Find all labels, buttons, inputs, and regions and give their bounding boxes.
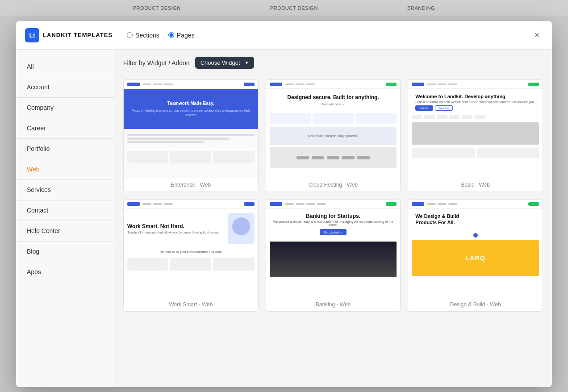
mini-nav-6 — [408, 200, 543, 209]
nav-link-13 — [285, 203, 294, 205]
work-features — [124, 255, 258, 273]
work-feat-2 — [170, 258, 211, 271]
sidebar-divider-4 — [16, 138, 114, 139]
card-label-work-smart: Work Smart - Web — [124, 298, 258, 311]
logo-pill-5 — [462, 115, 472, 119]
sidebar-item-contact[interactable]: Contact — [16, 202, 114, 219]
card-label-basic: Basic - Web — [408, 178, 543, 192]
nav-link-9 — [448, 83, 457, 85]
mini-nav-btn-2 — [386, 83, 397, 86]
widget-filter-label: Choose Widget — [200, 59, 240, 66]
template-card-work-smart[interactable]: Work Smart. Not Hard. Simple all-in-one … — [123, 199, 259, 312]
feature-2 — [170, 151, 211, 163]
basic-logos — [408, 113, 543, 121]
radio-pages-label[interactable]: Pages — [168, 32, 195, 39]
work-headline: Work Smart. Not Hard. — [127, 223, 223, 229]
sidebar-item-career[interactable]: Career — [16, 120, 114, 137]
banking-cta: Get started → — [320, 229, 347, 235]
nav-link-7 — [427, 83, 436, 85]
sidebar-item-web[interactable]: Web — [16, 161, 114, 178]
mini-nav-btn-6 — [528, 202, 539, 206]
template-card-design-build[interactable]: We Design & Build Products For All. LARQ… — [408, 199, 543, 312]
sidebar-divider-1 — [16, 77, 114, 77]
template-card-enterprise[interactable]: Teamwork Made Easy. Focus on thriving bu… — [123, 79, 259, 192]
basic-feat-2 — [476, 148, 539, 158]
bg-tab-1: PRODUCT DESIGN — [133, 5, 181, 11]
templates-grid: Teamwork Made Easy. Focus on thriving bu… — [114, 76, 552, 387]
sidebar-item-all[interactable]: All — [16, 58, 114, 75]
sidebar-item-account[interactable]: Account — [16, 79, 114, 96]
nav-link-3 — [164, 83, 173, 85]
mini-logo-4 — [127, 202, 140, 206]
template-card-cloud[interactable]: Designed secure. Built for anything. Fin… — [266, 79, 401, 192]
modal: Lt LANDKIT TEMPLATES Sections Pages × Al… — [16, 21, 552, 387]
nav-link-10 — [142, 203, 151, 205]
nav-link-6 — [306, 83, 315, 85]
cloud-stats — [266, 111, 401, 125]
sidebar-divider-8 — [16, 221, 114, 221]
nav-link-19 — [448, 203, 457, 205]
cloud-sub: Find out more → — [273, 103, 393, 106]
radio-sections-label[interactable]: Sections — [127, 32, 159, 39]
mini-nav-btn-3 — [528, 83, 539, 86]
design-brand-name: LARQ — [465, 254, 485, 262]
card-preview-banking: Banking for Startups. We created a simpl… — [266, 200, 401, 298]
feature-3 — [213, 151, 254, 163]
sidebar-item-apps[interactable]: Apps — [16, 264, 114, 280]
cloud-logo-1 — [297, 156, 309, 159]
filter-label: Filter by Widget / Addon — [123, 59, 190, 67]
widget-filter-dropdown[interactable]: Choose Widget ▼ — [195, 57, 255, 69]
nav-link-16 — [317, 203, 326, 205]
mini-links-3 — [427, 83, 526, 85]
nav-link-14 — [296, 203, 305, 205]
mini-logo-2 — [270, 83, 282, 86]
sidebar-divider-10 — [16, 262, 114, 262]
banking-img-bg — [270, 242, 397, 277]
enterprise-body — [124, 129, 258, 148]
nav-link-18 — [438, 203, 447, 205]
basic-feature-grid — [408, 146, 543, 160]
basic-welcome-sub: Build a beautiful, modern website with f… — [415, 100, 535, 104]
sidebar-divider-6 — [16, 179, 114, 180]
design-headline-part1: We Design & Build — [415, 213, 459, 219]
bg-tab-2: PRODUCT DESIGN — [270, 5, 318, 11]
work-feat-1 — [127, 258, 168, 271]
template-card-banking[interactable]: Banking for Startups. We created a simpl… — [266, 199, 401, 312]
sidebar-item-help-center[interactable]: Help Center — [16, 223, 114, 239]
cloud-headline: Designed secure. Built for anything. — [273, 94, 393, 101]
stat-3 — [355, 113, 397, 124]
sidebar-item-portfolio[interactable]: Portfolio — [16, 141, 114, 157]
card-preview-cloud: Designed secure. Built for anything. Fin… — [266, 80, 401, 178]
close-button[interactable]: × — [530, 29, 543, 42]
cloud-bottom-img — [270, 147, 397, 168]
body-line-2 — [127, 138, 229, 140]
cloud-monitor: Monitor and analyze usage patterns. — [270, 127, 397, 145]
sidebar-divider-7 — [16, 200, 114, 200]
card-label-enterprise: Enterprise - Web — [124, 178, 258, 192]
banking-img — [270, 242, 397, 277]
feature-1 — [127, 151, 168, 163]
radio-sections[interactable] — [127, 32, 133, 38]
nav-link-2 — [153, 83, 162, 85]
radio-pages[interactable] — [168, 32, 174, 38]
main-content: Filter by Widget / Addon Choose Widget ▼ — [114, 50, 552, 387]
template-card-basic[interactable]: Welcome to Landkit. Develop anything. Bu… — [408, 79, 543, 192]
basic-btn-1: Get App — [415, 105, 433, 111]
sidebar-item-company[interactable]: Company — [16, 100, 114, 116]
logo-icon: Lt — [25, 28, 39, 42]
basic-img — [412, 122, 539, 145]
mini-nav-1 — [124, 80, 258, 89]
logo-block: Lt LANDKIT TEMPLATES — [25, 28, 113, 42]
enterprise-features — [124, 148, 258, 166]
banking-sub: We created a simple, easy and fast platf… — [273, 220, 393, 226]
nav-link-8 — [438, 83, 447, 85]
sidebar-item-blog[interactable]: Blog — [16, 243, 114, 260]
stat-2 — [313, 113, 354, 124]
sidebar-item-services[interactable]: Services — [16, 182, 114, 198]
sidebar-divider-5 — [16, 159, 114, 159]
nav-link-15 — [306, 203, 315, 205]
design-dot — [473, 233, 478, 238]
sidebar-divider-2 — [16, 97, 114, 98]
basic-welcome-text: Welcome to Landkit. Develop anything. — [415, 93, 535, 100]
basic-btns: Get App Free App — [415, 105, 535, 111]
